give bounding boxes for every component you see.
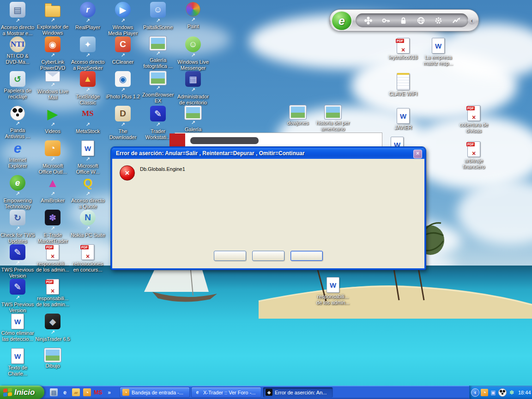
icon-papelera[interactable]: ↺ Papelera de reciclaje: [0, 71, 35, 100]
icon-como-eliminar-doc[interactable]: W Cómo eliminar las deteccio...: [0, 314, 35, 342]
shortcut-arrow-icon: ↗: [85, 52, 90, 58]
browser-icon[interactable]: [417, 16, 425, 25]
empowering-toolbar-icons: [356, 13, 468, 27]
icon-responsabili-pdf-1[interactable]: responsabili... de los admin...: [35, 244, 70, 273]
desktop-icon-label: retroacciones en concurs...: [70, 261, 105, 273]
icon-nokia-pc-suite[interactable]: N ↗ Nokia PC Suite: [70, 210, 105, 238]
icon-ms-outlook[interactable]: ◔ ↗ Microsoft Office Outl...: [35, 140, 70, 175]
icon-metastock[interactable]: MS ↗ MetaStock: [70, 106, 105, 134]
omitir-button[interactable]: [290, 251, 323, 261]
icon-historia-del-per[interactable]: historia del per americano: [315, 105, 351, 132]
key-icon[interactable]: [381, 16, 390, 25]
desktop-icon-label: Empowering Technology: [0, 198, 35, 210]
icon-panda-antivirus[interactable]: ↗ Panda Antivirus ...: [0, 106, 35, 139]
task-button-icon: e: [194, 389, 201, 396]
icon-dowjones[interactable]: dowjones: [280, 105, 315, 126]
shortcut-arrow-icon: ↗: [50, 82, 54, 87]
tray-clock-icon[interactable]: ◔: [481, 389, 488, 396]
reintentar-button[interactable]: [252, 251, 284, 261]
icon-videos[interactable]: ▶ ↗ Videos: [35, 106, 70, 134]
icon-regseeker[interactable]: ✦ ↗ Acceso directo a RegSeeker: [70, 36, 105, 71]
quicklaunch-folder-icon[interactable]: ▰: [72, 388, 80, 396]
icon-ms-word[interactable]: W ↗ Microsoft Office W...: [70, 140, 105, 175]
icon-zoombrowser[interactable]: ↗ ZoomBrowser EX: [140, 71, 175, 104]
icon-acceso-mostrar[interactable]: ▤ ↗ Acceso directo a Mostrar e...: [0, 2, 35, 36]
close-icon[interactable]: ×: [413, 150, 422, 158]
task-buttons: ◔ Bandeja de entrada -... e X-Trader :: …: [120, 387, 333, 398]
desktop-icon-glyph: ◆: [45, 314, 60, 329]
icon-etrade[interactable]: ✽ ↗ E-Trade MarketTrader: [35, 210, 70, 244]
performance-icon[interactable]: [452, 16, 460, 25]
icon-empowering[interactable]: e ↗ Empowering Technology: [0, 175, 35, 210]
desktop-icon-glyph: ◔: [45, 140, 60, 156]
icon-galeria-1[interactable]: ↗ Galería fotográfica ...: [140, 36, 175, 69]
desktop-icon-label: TWS Previous Version: [0, 267, 35, 279]
desktop-icon-label: Panda Antivirus ...: [0, 127, 35, 139]
icon-responsabili-island-doc[interactable]: W responsabili... de los admin...: [315, 277, 351, 306]
desktop-icon-label: historia del per americano: [315, 120, 351, 132]
toolbar-collapse-chevron[interactable]: ‹: [468, 16, 476, 24]
icon-iphoto[interactable]: ◉ ↗ iPhoto Plus 1.2: [105, 71, 140, 100]
icon-ninjatrader[interactable]: ◆ ↗ NinjaTrader 6.5: [35, 314, 70, 342]
icon-ccleaner[interactable]: C ↗ CCleaner: [105, 36, 140, 65]
quicklaunch-ie-icon[interactable]: e: [61, 388, 69, 396]
icon-wmp[interactable]: ▶ ↗ Windows Media Player: [105, 2, 140, 36]
icon-downloader[interactable]: D ↗ The Downloader: [105, 106, 140, 140]
quicklaunch-overflow-chevron[interactable]: »: [105, 388, 113, 396]
desktop-icon-glyph: [44, 348, 61, 362]
shortcut-arrow-icon: ↗: [15, 18, 19, 23]
icon-leytrafico018-pdf[interactable]: leytrafico018: [386, 38, 421, 60]
icon-internet-explorer[interactable]: e Internet Explorer: [0, 140, 35, 169]
quicklaunch-show-desktop-icon[interactable]: ▤: [50, 388, 58, 396]
icon-wlmail[interactable]: ↗ Windows Live Mail: [35, 71, 70, 101]
task-button-icon: ◔: [122, 389, 129, 396]
quicklaunch-metastock-icon[interactable]: MS: [94, 388, 102, 396]
icon-admin-escritorio[interactable]: ▦ ↗ Administrador de escritorio: [175, 71, 211, 106]
dialog-body: × Db.Globals.Engine1: [112, 159, 424, 267]
tray-clock[interactable]: 18:44: [518, 390, 531, 395]
icon-check-tws[interactable]: ↻ ↗ Check for TWS Updates: [0, 210, 35, 244]
icon-retroacciones-pdf[interactable]: retroacciones en concurs...: [70, 244, 105, 273]
icon-amibroker[interactable]: ▲ ↗ AmiBroker: [35, 175, 70, 204]
tray-network-icon[interactable]: ▣: [490, 389, 497, 396]
lock-icon[interactable]: [399, 16, 408, 25]
desktop-icon-label: Nokia PC Suite: [70, 232, 105, 238]
icon-dibujo[interactable]: Dibujo: [35, 348, 70, 369]
icon-textbridge[interactable]: ▲ ↗ TextBridge Classic: [70, 71, 105, 106]
icon-tws-previous-1[interactable]: ✎ ↗ TWS Previous Version: [0, 244, 35, 279]
desktop-icon-label: NinjaTrader 6.5: [35, 336, 70, 342]
shortcut-arrow-icon: ↗: [85, 121, 90, 127]
icon-cobertura-pdf[interactable]: cobertura de divisas: [456, 105, 491, 134]
task-xtrader-foro[interactable]: e X-Trader :: Ver Foro -...: [191, 387, 261, 398]
icon-paltalkscene[interactable]: ☺ ↗ PaltalkScene: [140, 2, 175, 30]
gear-icon[interactable]: [434, 16, 443, 25]
icon-realplayer[interactable]: r ↗ RealPlayer: [70, 2, 105, 30]
icon-nti[interactable]: NTI NTI CD & DVD-Ma...: [0, 36, 35, 65]
icon-responsabili-pdf-2[interactable]: responsabili... de los admin...: [35, 279, 70, 308]
tray-panda-icon[interactable]: [498, 388, 507, 397]
start-button[interactable]: Inicio: [0, 386, 44, 399]
task-error-asercion[interactable]: ◆ Error de aserción: An...: [263, 387, 333, 398]
icon-powerdvd[interactable]: ◉ ↗ CyberLink PowerDVD: [35, 36, 70, 71]
icon-arbitraje-pdf[interactable]: arbitraje financiero: [456, 141, 491, 170]
anular-button[interactable]: [214, 251, 246, 261]
desktop-icon-glyph: ✎: [10, 244, 25, 260]
icon-paint[interactable]: ↗ Paint: [175, 2, 211, 30]
desktop-icon-glyph: [290, 105, 306, 119]
icon-tws-previous-2[interactable]: ✎ ↗ TWS Previous Version: [0, 279, 35, 314]
desktop-icon-label: dowjones: [280, 120, 315, 126]
tray-green-icon[interactable]: ✽: [508, 389, 515, 396]
icon-la-empresa-doc[interactable]: W La empresa matriz resp...: [421, 38, 456, 66]
icon-javier-doc[interactable]: W JAVIER: [386, 108, 421, 131]
quicklaunch-outlook-icon[interactable]: ◔: [83, 388, 91, 396]
dialog-titlebar[interactable]: Error de aserción: Anular=Salir , Reinte…: [112, 148, 424, 159]
tray-collapse-chevron[interactable]: ‹: [471, 388, 479, 397]
icon-explorador-windows[interactable]: ↗ Explorador de Windows: [35, 2, 70, 36]
task-bandeja-de-entrada[interactable]: ◔ Bandeja de entrada -...: [120, 387, 190, 398]
fan-icon[interactable]: [364, 16, 373, 25]
icon-clave-wifi[interactable]: CLAVE WIFI: [386, 73, 421, 97]
icon-messenger[interactable]: ☺ ↗ Windows Live Messenger: [175, 36, 211, 71]
empowering-logo-orb[interactable]: e: [331, 11, 352, 31]
icon-texto-charle-doc[interactable]: W Texto de Charle...: [0, 348, 35, 377]
icon-quote[interactable]: Q ↗ Acceso directo a Quote: [70, 175, 105, 210]
